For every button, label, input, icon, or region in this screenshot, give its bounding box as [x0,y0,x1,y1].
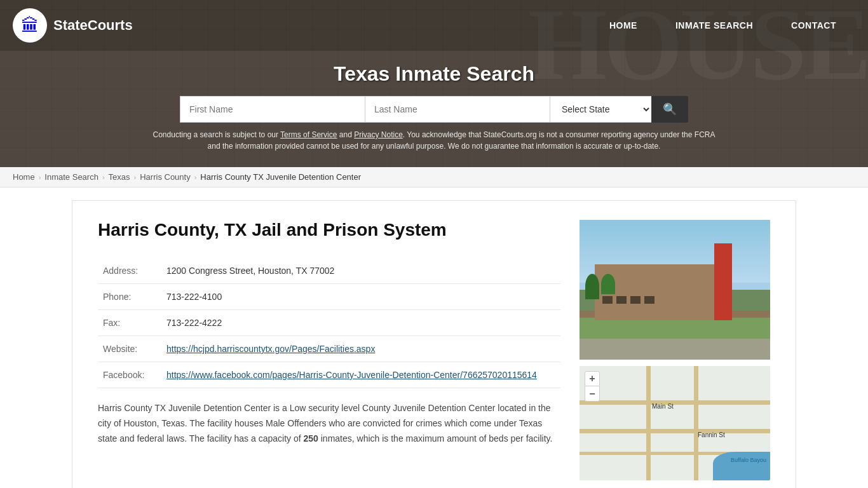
facility-photo-inner [580,220,770,360]
terms-of-service-link[interactable]: Terms of Service [280,130,337,139]
website-value: https://hcjpd.harriscountytx.gov/Pages/F… [161,336,560,362]
map-inner: Main St Fannin St Buffalo Bayou + − [580,366,770,480]
website-row: Website: https://hcjpd.harriscountytx.go… [98,336,560,362]
facility-desc-p2: inmates, which is the maximum amount of … [318,433,553,444]
photo-tree [585,274,599,299]
photo-trees [585,274,615,299]
nav-inmate-search[interactable]: INMATE SEARCH [656,3,772,48]
phone-value: 713-222-4100 [161,284,560,310]
first-name-input[interactable] [180,96,365,123]
facebook-value: https://www.facebook.com/pages/Harris-Co… [161,362,560,388]
content-left: Harris County, TX Jail and Prison System… [98,220,560,480]
map-road-v2 [694,366,698,480]
map-zoom-in[interactable]: + [585,371,600,386]
photo-window [616,296,627,304]
map-label-bayou: Buffalo Bayou [731,457,766,463]
map-water [713,452,770,480]
map-road-v1 [646,366,651,480]
nav-links: HOME INMATE SEARCH CONTACT [590,3,855,48]
website-label: Website: [98,336,161,362]
nav-home[interactable]: HOME [590,3,656,48]
breadcrumb-sep-1: › [39,173,41,181]
photo-parking [580,339,770,360]
search-icon: 🔍 [663,103,677,116]
address-label: Address: [98,258,161,284]
main-container: Harris County, TX Jail and Prison System… [59,187,809,488]
breadcrumb-texas[interactable]: Texas [109,172,130,182]
map-road-h1 [580,400,770,405]
nav-contact[interactable]: CONTACT [772,3,855,48]
facebook-label: Facebook: [98,362,161,388]
phone-label: Phone: [98,284,161,310]
map-label-fannin: Fannin St [698,431,725,438]
disclaimer-text: Conducting a search is subject to our Te… [148,129,720,152]
facility-capacity: 250 [303,433,318,444]
content-right: Main St Fannin St Buffalo Bayou + − [580,220,770,480]
fax-value: 713-222-4222 [161,310,560,336]
page-title: Texas Inmate Search [13,62,855,86]
website-link[interactable]: https://hcjpd.harriscountytx.gov/Pages/F… [166,344,375,354]
breadcrumb-current: Harris County TX Juvenile Detention Cent… [200,172,361,182]
logo-icon: 🏛 [13,8,47,43]
address-row: Address: 1200 Congress Street, Houston, … [98,258,560,284]
map-controls: + − [585,371,600,402]
breadcrumb-harris-county[interactable]: Harris County [140,172,190,182]
map-label-main: Main St [652,403,674,410]
breadcrumb-inmate-search[interactable]: Inmate Search [44,172,98,182]
site-logo[interactable]: 🏛 StateCourts [13,8,133,43]
facebook-link[interactable]: https://www.facebook.com/pages/Harris-Co… [166,370,537,380]
facility-photo [580,220,770,360]
breadcrumb-sep-4: › [194,173,197,181]
site-name: StateCourts [53,17,133,34]
search-bar: Select State Texas California Florida Ne… [180,96,688,123]
fax-label: Fax: [98,310,161,336]
header-content: Texas Inmate Search Select State Texas C… [0,51,868,167]
photo-window [630,296,641,304]
breadcrumb: Home › Inmate Search › Texas › Harris Co… [0,167,868,187]
facebook-row: Facebook: https://www.facebook.com/pages… [98,362,560,388]
photo-tree [601,274,615,294]
state-select[interactable]: Select State Texas California Florida Ne… [550,96,651,123]
map-container: Main St Fannin St Buffalo Bayou + − [580,366,770,480]
main-nav: 🏛 StateCourts HOME INMATE SEARCH CONTACT [0,0,868,51]
photo-window [644,296,654,304]
breadcrumb-home[interactable]: Home [13,172,35,182]
breadcrumb-sep-3: › [134,173,137,181]
address-value: 1200 Congress Street, Houston, TX 77002 [161,258,560,284]
facility-title: Harris County, TX Jail and Prison System [98,220,560,240]
photo-red-tower [714,243,732,320]
fax-row: Fax: 713-222-4222 [98,310,560,336]
privacy-notice-link[interactable]: Privacy Notice [354,130,403,139]
phone-row: Phone: 713-222-4100 [98,284,560,310]
map-zoom-out[interactable]: − [585,386,600,402]
breadcrumb-sep-2: › [102,173,105,181]
last-name-input[interactable] [365,96,550,123]
facility-info-table: Address: 1200 Congress Street, Houston, … [98,258,560,388]
facility-description: Harris County TX Juvenile Detention Cent… [98,401,560,446]
map-road-h2 [580,429,770,433]
search-button[interactable]: 🔍 [651,96,688,123]
content-wrapper: Harris County, TX Jail and Prison System… [72,200,796,488]
